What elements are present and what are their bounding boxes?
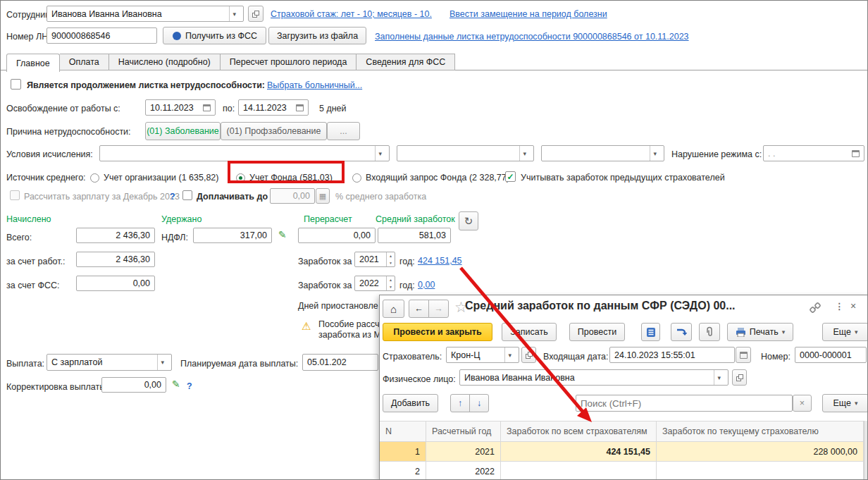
- menu-dots-icon[interactable]: ⋮: [835, 301, 844, 312]
- save-button[interactable]: Записать: [502, 323, 557, 341]
- col-header-n[interactable]: N: [380, 421, 426, 442]
- earnings2-link[interactable]: 0,00: [418, 280, 435, 290]
- col-header-year[interactable]: Расчетный год: [426, 421, 501, 442]
- doc-number-input[interactable]: 0000-000001: [795, 347, 867, 363]
- post-and-close-button[interactable]: Провести и закрыть: [383, 323, 492, 341]
- insurer-combo[interactable]: Крон-Ц ▾: [446, 347, 519, 363]
- post-button[interactable]: Провести: [569, 323, 625, 341]
- tab-svedeniya-fss[interactable]: Сведения для ФСС: [356, 54, 455, 70]
- get-from-fss-button[interactable]: Получить из ФСС: [163, 27, 266, 44]
- table-row-cell[interactable]: 424 151,45: [501, 442, 657, 462]
- home-icon[interactable]: ⌂: [383, 300, 404, 318]
- get-link-icon[interactable]: [810, 302, 821, 314]
- chevron-down-icon[interactable]: ▾: [157, 355, 167, 370]
- tab-glavnoe[interactable]: Главное: [6, 54, 60, 72]
- year2-spinner[interactable]: 2022 ▲▼: [354, 276, 395, 291]
- reason-secondary-button[interactable]: (01) Профзаболевание: [221, 122, 327, 140]
- pay-up-checkbox[interactable]: [182, 190, 192, 200]
- table-row-cell[interactable]: 1: [380, 442, 426, 462]
- incoming-date-input[interactable]: 24.10.2023 15:55:01: [609, 347, 735, 363]
- release-from-date[interactable]: 10.11.2023: [145, 99, 216, 116]
- calendar-icon[interactable]: [736, 347, 751, 363]
- correction-help[interactable]: ?: [187, 381, 192, 391]
- chevron-down-icon[interactable]: ▾: [504, 347, 514, 362]
- radio-org-accounting[interactable]: [90, 173, 99, 183]
- paperclip-icon[interactable]: [699, 323, 720, 341]
- forward-icon[interactable]: →: [428, 300, 449, 318]
- conditions-dropdown-1[interactable]: ▾: [99, 145, 390, 161]
- correction-input[interactable]: 0,00: [101, 377, 166, 393]
- load-from-file-button[interactable]: Загрузить из файла: [268, 27, 366, 44]
- table-row-cell[interactable]: 2: [380, 462, 426, 480]
- prev-insurers-checkbox[interactable]: ✓: [505, 171, 516, 182]
- col-header-current-insurer[interactable]: Заработок по текущему страхователю: [657, 421, 864, 442]
- fss-input[interactable]: 0,00: [76, 276, 155, 291]
- spinner-buttons[interactable]: ▲▼: [386, 252, 395, 266]
- calendar-icon[interactable]: [296, 104, 304, 111]
- calendar-icon[interactable]: [852, 150, 860, 157]
- close-icon[interactable]: ×: [850, 300, 856, 312]
- chevron-down-icon[interactable]: ▾: [229, 6, 239, 21]
- violation-date-input[interactable]: . .: [763, 145, 864, 161]
- back-icon[interactable]: ←: [409, 300, 429, 318]
- payment-dropdown[interactable]: С зарплатой ▾: [46, 354, 172, 371]
- table-row-cell[interactable]: [501, 462, 657, 480]
- radio-fund-accounting[interactable]: [236, 173, 245, 183]
- radio-incoming-label[interactable]: Входящий запрос Фонда (2 328,77): [366, 173, 509, 183]
- chevron-down-icon[interactable]: ▾: [519, 146, 529, 161]
- total-input[interactable]: 2 436,30: [76, 228, 155, 243]
- reason-more-button[interactable]: ...: [327, 122, 360, 140]
- table-scrollbar[interactable]: [864, 421, 868, 480]
- table-row-cell[interactable]: [657, 462, 864, 480]
- enter-replacement-link[interactable]: Ввести замещение на период болезни: [450, 9, 607, 19]
- chevron-down-icon[interactable]: ▾: [650, 146, 659, 161]
- print-button[interactable]: Печать ▾: [727, 323, 793, 341]
- insurance-experience-link[interactable]: Страховой стаж: лет - 10; месяцев - 10.: [271, 9, 432, 19]
- table-row-cell[interactable]: 228 000,00: [657, 442, 864, 462]
- radio-org-label[interactable]: Учет организации (1 635,82): [104, 173, 218, 183]
- move-down-icon[interactable]: ↓: [469, 394, 489, 412]
- pencil-icon[interactable]: ✎: [172, 379, 180, 390]
- move-up-icon[interactable]: ↑: [450, 394, 470, 412]
- ndfl-input[interactable]: 317,00: [193, 228, 272, 243]
- add-row-button[interactable]: Добавить: [383, 394, 438, 412]
- reread-arrow-icon[interactable]: [671, 323, 692, 341]
- toolbar-more-button[interactable]: Еще ▾: [822, 323, 868, 341]
- choose-sick-leave-link[interactable]: Выбрать больничный...: [267, 80, 362, 90]
- refresh-icon[interactable]: ↻: [459, 211, 478, 230]
- pencil-icon[interactable]: ✎: [278, 229, 287, 240]
- search-clear-icon[interactable]: ×: [793, 395, 812, 412]
- tab-oplata[interactable]: Оплата: [60, 54, 109, 70]
- employee-open-button[interactable]: [248, 6, 264, 22]
- search-input[interactable]: [576, 395, 793, 412]
- person-open-button[interactable]: [732, 369, 747, 386]
- calc-salary-help[interactable]: ?: [170, 192, 175, 202]
- table-row-cell[interactable]: 2022: [426, 462, 501, 480]
- document-list-icon[interactable]: [641, 323, 660, 341]
- tab-nachisleno[interactable]: Начислено (подробно): [109, 54, 221, 70]
- conditions-dropdown-3[interactable]: ▾: [541, 145, 664, 161]
- earnings1-link[interactable]: 424 151,45: [418, 256, 462, 266]
- avg-input[interactable]: 581,03: [378, 228, 451, 243]
- continuation-checkbox[interactable]: [11, 79, 21, 90]
- ln-number-input[interactable]: 900000868546: [46, 27, 157, 44]
- radio-fund-label[interactable]: Учет Фонда (581,03): [249, 173, 333, 183]
- release-to-date[interactable]: 14.11.2023: [238, 99, 309, 116]
- radio-incoming-request[interactable]: [352, 173, 361, 183]
- calendar-icon[interactable]: [203, 104, 211, 111]
- table-row-cell[interactable]: 2021: [426, 442, 501, 462]
- chevron-down-icon[interactable]: ▾: [375, 146, 385, 161]
- insurer-open-button[interactable]: [521, 347, 536, 363]
- recalc-input[interactable]: 0,00: [298, 228, 376, 243]
- chevron-down-icon[interactable]: ▾: [714, 370, 724, 385]
- reason-primary-button[interactable]: (01) Заболевание: [145, 122, 221, 140]
- tab-pereschet[interactable]: Пересчет прошлого периода: [221, 54, 357, 70]
- person-combo[interactable]: Иванова Иванна Ивановна ▾: [459, 369, 728, 386]
- planned-date-input[interactable]: 05.01.202: [302, 354, 378, 371]
- year1-spinner[interactable]: 2021 ▲▼: [354, 252, 395, 267]
- col-header-all-insurers[interactable]: Заработок по всем страхователям: [501, 421, 657, 442]
- conditions-dropdown-2[interactable]: ▾: [397, 145, 534, 161]
- list-more-button[interactable]: Еще ▾: [822, 394, 868, 412]
- employee-combo[interactable]: Иванова Иванна Ивановна ▾: [46, 6, 244, 22]
- filled-data-link[interactable]: Заполнены данные листка нетрудоспособнос…: [375, 32, 689, 42]
